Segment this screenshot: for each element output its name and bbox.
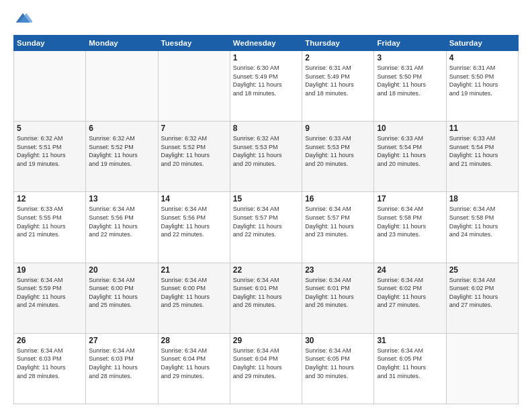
calendar-day-cell: 24Sunrise: 6:34 AM Sunset: 6:02 PM Dayli… [374, 263, 446, 333]
header [13, 11, 519, 30]
day-number: 21 [161, 265, 227, 275]
day-number: 16 [305, 194, 371, 203]
day-number: 24 [377, 265, 443, 275]
calendar-day-cell: 20Sunrise: 6:34 AM Sunset: 6:00 PM Dayli… [86, 263, 158, 333]
calendar-day-cell [158, 51, 230, 122]
day-info: Sunrise: 6:34 AM Sunset: 5:58 PM Dayligh… [377, 205, 443, 238]
day-number: 23 [305, 265, 371, 275]
weekday-header: Wednesday [230, 36, 302, 51]
calendar-day-cell: 26Sunrise: 6:34 AM Sunset: 6:03 PM Dayli… [14, 333, 86, 404]
day-info: Sunrise: 6:34 AM Sunset: 6:04 PM Dayligh… [161, 347, 227, 380]
day-number: 2 [305, 53, 371, 62]
day-info: Sunrise: 6:34 AM Sunset: 5:57 PM Dayligh… [233, 205, 299, 238]
day-info: Sunrise: 6:32 AM Sunset: 5:51 PM Dayligh… [17, 134, 83, 168]
calendar-day-cell: 5Sunrise: 6:32 AM Sunset: 5:51 PM Daylig… [14, 122, 86, 192]
day-number: 19 [17, 265, 83, 275]
logo [13, 11, 35, 30]
day-number: 29 [233, 336, 299, 345]
day-info: Sunrise: 6:34 AM Sunset: 6:01 PM Dayligh… [305, 276, 371, 310]
day-number: 17 [377, 194, 443, 203]
day-number: 26 [17, 336, 83, 345]
calendar-day-cell: 1Sunrise: 6:30 AM Sunset: 5:49 PM Daylig… [230, 51, 302, 122]
calendar-day-cell: 29Sunrise: 6:34 AM Sunset: 6:04 PM Dayli… [230, 333, 302, 404]
day-number: 7 [161, 124, 227, 133]
calendar-week-row: 19Sunrise: 6:34 AM Sunset: 5:59 PM Dayli… [14, 263, 519, 333]
day-number: 8 [233, 124, 299, 133]
calendar-day-cell: 31Sunrise: 6:34 AM Sunset: 6:05 PM Dayli… [374, 333, 446, 404]
day-info: Sunrise: 6:34 AM Sunset: 5:58 PM Dayligh… [449, 205, 515, 238]
weekday-header: Saturday [446, 36, 518, 51]
day-info: Sunrise: 6:34 AM Sunset: 6:03 PM Dayligh… [89, 347, 154, 380]
day-number: 22 [233, 265, 299, 275]
calendar-day-cell: 4Sunrise: 6:31 AM Sunset: 5:50 PM Daylig… [446, 51, 518, 122]
calendar-week-row: 12Sunrise: 6:33 AM Sunset: 5:55 PM Dayli… [14, 192, 519, 263]
day-info: Sunrise: 6:34 AM Sunset: 5:56 PM Dayligh… [89, 205, 154, 238]
calendar-day-cell: 10Sunrise: 6:33 AM Sunset: 5:54 PM Dayli… [374, 122, 446, 192]
calendar-day-cell: 15Sunrise: 6:34 AM Sunset: 5:57 PM Dayli… [230, 192, 302, 263]
day-number: 25 [449, 265, 515, 275]
day-info: Sunrise: 6:33 AM Sunset: 5:53 PM Dayligh… [305, 134, 371, 168]
day-info: Sunrise: 6:34 AM Sunset: 6:00 PM Dayligh… [161, 276, 227, 310]
calendar-day-cell: 3Sunrise: 6:31 AM Sunset: 5:50 PM Daylig… [374, 51, 446, 122]
day-number: 27 [89, 336, 154, 345]
day-info: Sunrise: 6:32 AM Sunset: 5:53 PM Dayligh… [233, 134, 299, 168]
weekday-header: Thursday [302, 36, 374, 51]
calendar-day-cell: 2Sunrise: 6:31 AM Sunset: 5:49 PM Daylig… [302, 51, 374, 122]
day-number: 11 [449, 124, 515, 133]
day-number: 30 [305, 336, 371, 345]
calendar-day-cell: 17Sunrise: 6:34 AM Sunset: 5:58 PM Dayli… [374, 192, 446, 263]
day-number: 6 [89, 124, 154, 133]
day-number: 12 [17, 194, 83, 203]
day-info: Sunrise: 6:34 AM Sunset: 6:05 PM Dayligh… [377, 347, 443, 380]
calendar-week-row: 1Sunrise: 6:30 AM Sunset: 5:49 PM Daylig… [14, 51, 519, 122]
day-info: Sunrise: 6:34 AM Sunset: 6:00 PM Dayligh… [89, 276, 154, 310]
day-number: 28 [161, 336, 227, 345]
calendar-day-cell: 7Sunrise: 6:32 AM Sunset: 5:52 PM Daylig… [158, 122, 230, 192]
calendar-day-cell: 18Sunrise: 6:34 AM Sunset: 5:58 PM Dayli… [446, 192, 518, 263]
calendar-day-cell: 19Sunrise: 6:34 AM Sunset: 5:59 PM Dayli… [14, 263, 86, 333]
weekday-header: Friday [374, 36, 446, 51]
day-info: Sunrise: 6:34 AM Sunset: 6:03 PM Dayligh… [17, 347, 83, 380]
day-number: 15 [233, 194, 299, 203]
logo-icon [13, 11, 32, 30]
day-info: Sunrise: 6:33 AM Sunset: 5:54 PM Dayligh… [377, 134, 443, 168]
calendar-day-cell: 23Sunrise: 6:34 AM Sunset: 6:01 PM Dayli… [302, 263, 374, 333]
day-info: Sunrise: 6:34 AM Sunset: 6:04 PM Dayligh… [233, 347, 299, 380]
calendar-day-cell: 12Sunrise: 6:33 AM Sunset: 5:55 PM Dayli… [14, 192, 86, 263]
calendar-day-cell: 8Sunrise: 6:32 AM Sunset: 5:53 PM Daylig… [230, 122, 302, 192]
calendar-day-cell: 22Sunrise: 6:34 AM Sunset: 6:01 PM Dayli… [230, 263, 302, 333]
day-info: Sunrise: 6:34 AM Sunset: 6:01 PM Dayligh… [233, 276, 299, 310]
calendar-day-cell: 16Sunrise: 6:34 AM Sunset: 5:57 PM Dayli… [302, 192, 374, 263]
day-number: 31 [377, 336, 443, 345]
weekday-header: Tuesday [158, 36, 230, 51]
calendar-day-cell: 14Sunrise: 6:34 AM Sunset: 5:56 PM Dayli… [158, 192, 230, 263]
calendar-day-cell: 25Sunrise: 6:34 AM Sunset: 6:02 PM Dayli… [446, 263, 518, 333]
day-info: Sunrise: 6:34 AM Sunset: 6:02 PM Dayligh… [449, 276, 515, 310]
day-info: Sunrise: 6:31 AM Sunset: 5:50 PM Dayligh… [377, 64, 443, 97]
day-number: 10 [377, 124, 443, 133]
day-info: Sunrise: 6:34 AM Sunset: 6:02 PM Dayligh… [377, 276, 443, 310]
day-number: 14 [161, 194, 227, 203]
day-info: Sunrise: 6:34 AM Sunset: 5:56 PM Dayligh… [161, 205, 227, 238]
calendar-day-cell: 13Sunrise: 6:34 AM Sunset: 5:56 PM Dayli… [86, 192, 158, 263]
calendar-day-cell: 27Sunrise: 6:34 AM Sunset: 6:03 PM Dayli… [86, 333, 158, 404]
calendar-day-cell: 9Sunrise: 6:33 AM Sunset: 5:53 PM Daylig… [302, 122, 374, 192]
day-info: Sunrise: 6:31 AM Sunset: 5:50 PM Dayligh… [449, 64, 515, 97]
day-number: 13 [89, 194, 154, 203]
calendar-day-cell: 28Sunrise: 6:34 AM Sunset: 6:04 PM Dayli… [158, 333, 230, 404]
calendar-header: SundayMondayTuesdayWednesdayThursdayFrid… [14, 36, 519, 51]
calendar-day-cell [446, 333, 518, 404]
day-number: 4 [449, 53, 515, 62]
day-info: Sunrise: 6:30 AM Sunset: 5:49 PM Dayligh… [233, 64, 299, 97]
day-info: Sunrise: 6:33 AM Sunset: 5:55 PM Dayligh… [17, 205, 83, 238]
day-info: Sunrise: 6:33 AM Sunset: 5:54 PM Dayligh… [449, 134, 515, 168]
day-info: Sunrise: 6:32 AM Sunset: 5:52 PM Dayligh… [161, 134, 227, 168]
day-number: 3 [377, 53, 443, 62]
calendar-day-cell [14, 51, 86, 122]
calendar-day-cell: 30Sunrise: 6:34 AM Sunset: 6:05 PM Dayli… [302, 333, 374, 404]
calendar-week-row: 5Sunrise: 6:32 AM Sunset: 5:51 PM Daylig… [14, 122, 519, 192]
day-number: 20 [89, 265, 154, 275]
weekday-header: Monday [86, 36, 158, 51]
calendar-day-cell: 11Sunrise: 6:33 AM Sunset: 5:54 PM Dayli… [446, 122, 518, 192]
calendar: SundayMondayTuesdayWednesdayThursdayFrid… [13, 35, 519, 404]
